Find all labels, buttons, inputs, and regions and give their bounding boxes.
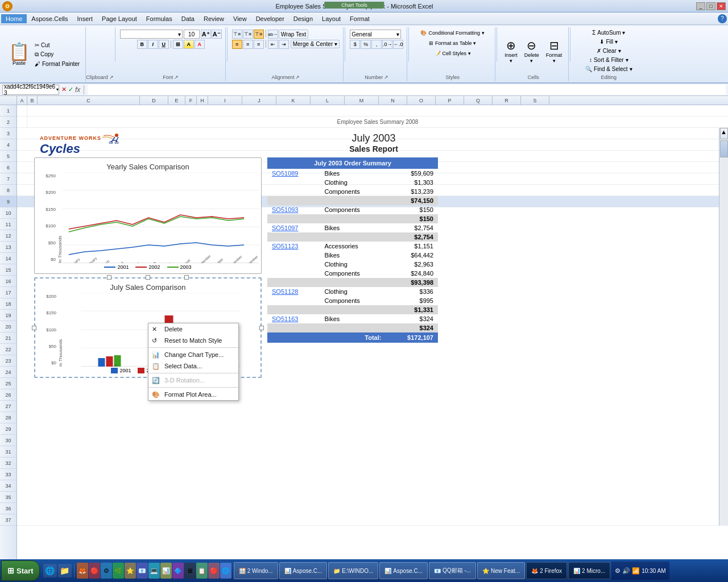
underline-button[interactable]: U <box>159 40 169 49</box>
font-size-input[interactable]: 10 <box>184 30 200 39</box>
currency-button[interactable]: $ <box>350 40 360 49</box>
taskbar-icon-2[interactable]: 🔴 <box>89 563 100 579</box>
taskbar-app-7[interactable]: 🦊 2 Firefox <box>526 562 567 579</box>
menu-home[interactable]: Home <box>1 14 27 23</box>
delete-button[interactable]: ⊖ Delete ▾ <box>522 37 542 65</box>
taskbar-app-2[interactable]: 📊 Aspose.C... <box>279 562 328 579</box>
taskbar-icon-3[interactable]: ⚙ <box>101 563 112 579</box>
format-chevron[interactable]: ▾ <box>553 58 556 64</box>
name-box[interactable]: xadd4c32f6c1949e6 3 ▾ <box>2 85 59 95</box>
sort-filter-chevron[interactable]: ▾ <box>626 57 628 63</box>
fill-color-button[interactable]: A <box>184 40 194 49</box>
menu-layout[interactable]: Layout <box>317 14 345 23</box>
menu-design[interactable]: Design <box>289 14 317 23</box>
decrease-indent[interactable]: ⇤ <box>268 40 278 49</box>
taskbar-icon-13[interactable]: 🌐 <box>220 563 231 579</box>
menu-format[interactable]: Format <box>345 14 374 23</box>
handle-mr[interactable] <box>259 326 264 330</box>
menu-data[interactable]: Data <box>177 14 199 23</box>
order-link-so51163[interactable]: SO51163 <box>267 314 320 323</box>
font-size-decrease[interactable]: A⁻ <box>212 30 222 39</box>
taskbar-icon-11[interactable]: 📋 <box>196 563 208 579</box>
conditional-formatting-button[interactable]: 🎨 Conditional Formatting ▾ <box>417 28 487 38</box>
copy-button[interactable]: ⧉ Copy <box>32 50 82 59</box>
cell-1a[interactable] <box>17 105 27 116</box>
autosum-button[interactable]: Σ AutoSum ▾ <box>590 28 627 37</box>
taskbar-icon-6[interactable]: 📧 <box>136 563 148 579</box>
sort-filter-button[interactable]: ↕ Sort & Filter ▾ <box>587 56 631 64</box>
order-link-so51097[interactable]: SO51097 <box>267 223 320 232</box>
insert-chevron[interactable]: ▾ <box>510 58 512 64</box>
context-format-plot[interactable]: 🎨 Format Plot Area... <box>148 389 238 400</box>
decimal-decrease[interactable]: ←.0 <box>393 40 403 49</box>
taskbar-app-5[interactable]: 📧 QQ邮箱 -... <box>429 562 476 579</box>
format-as-table-button[interactable]: ⊞ Format as Table ▾ <box>426 39 479 48</box>
help-button[interactable]: ? <box>718 14 727 23</box>
alignment-expand-icon[interactable]: ↗ <box>295 74 300 80</box>
handle-tr[interactable] <box>184 275 189 280</box>
increase-indent[interactable]: ⇥ <box>279 40 289 49</box>
autosum-chevron[interactable]: ▾ <box>622 30 625 36</box>
paste-button[interactable]: 📋 Paste <box>6 41 32 68</box>
formula-input[interactable] <box>88 85 726 95</box>
clipboard-expand-icon[interactable]: ↗ <box>109 74 114 80</box>
taskbar-icon-1[interactable]: 🦊 <box>77 563 88 579</box>
font-size-increase[interactable]: A⁺ <box>201 30 211 39</box>
order-link-so51093[interactable]: SO51093 <box>267 205 320 214</box>
merge-center-button[interactable]: Merge & Center ▾ <box>291 40 340 48</box>
find-select-button[interactable]: 🔍 Find & Select ▾ <box>583 65 634 73</box>
menu-formulas[interactable]: Formulas <box>142 14 177 23</box>
cell-2a[interactable] <box>17 117 27 127</box>
cell-styles-button[interactable]: 📝 Cell Styles ▾ <box>432 49 474 58</box>
order-link-so51123[interactable]: SO51123 <box>267 242 320 251</box>
number-expand-icon[interactable]: ↗ <box>384 74 388 80</box>
v-scrollbar[interactable]: ▲ <box>719 128 728 526</box>
align-top-right[interactable]: ⊤≡ <box>254 30 264 39</box>
handle-mr-box[interactable] <box>259 326 264 330</box>
tray-icon-2[interactable]: 🔊 <box>622 567 630 575</box>
cs-chevron[interactable]: ▾ <box>468 51 471 56</box>
border-button[interactable]: ⊞ <box>173 40 183 49</box>
cell-1-rest[interactable] <box>27 105 728 116</box>
bold-button[interactable]: B <box>137 40 147 49</box>
align-left[interactable]: ≡ <box>232 40 242 49</box>
menu-view[interactable]: View <box>229 14 251 23</box>
menu-aspose[interactable]: Aspose.Cells <box>27 14 72 23</box>
align-right[interactable]: ≡ <box>254 40 264 49</box>
align-top-left[interactable]: ⊤≡ <box>232 30 242 39</box>
fill-chevron[interactable]: ▾ <box>615 39 618 45</box>
enter-formula-icon[interactable]: ✓ <box>68 86 73 93</box>
font-expand-icon[interactable]: ↗ <box>174 74 179 80</box>
taskbar-icon-5[interactable]: ⭐ <box>125 563 136 579</box>
font-color-button[interactable]: A <box>195 40 205 49</box>
percent-button[interactable]: % <box>361 40 371 49</box>
text-angle[interactable]: ab→ <box>268 30 278 39</box>
taskbar-icon-4[interactable]: 🌿 <box>113 563 124 579</box>
clear-chevron[interactable]: ▾ <box>618 48 621 54</box>
decimal-increase[interactable]: .0→ <box>382 40 392 49</box>
start-button[interactable]: ⊞ Start <box>1 560 40 581</box>
taskbar-icon-9[interactable]: 🔷 <box>172 563 184 579</box>
order-link-so51089[interactable]: SO51089 <box>267 169 320 178</box>
font-name-dropdown[interactable]: ▾ <box>120 30 183 39</box>
context-reset-style[interactable]: ↺ Reset to Match Style <box>148 335 238 346</box>
wrap-text-button[interactable]: Wrap Text <box>279 30 309 39</box>
scroll-thumb[interactable] <box>720 140 728 157</box>
number-format-dropdown[interactable]: General ▾ <box>350 30 401 39</box>
fat-chevron[interactable]: ▾ <box>473 40 476 46</box>
insert-button[interactable]: ⊕ Insert ▾ <box>502 37 520 65</box>
close-button[interactable]: ✕ <box>717 2 726 10</box>
handle-ml[interactable] <box>32 326 36 330</box>
align-center[interactable]: ≡ <box>243 40 253 49</box>
taskbar-app-8[interactable]: 📊 2 Micro... <box>568 562 610 579</box>
format-painter-button[interactable]: 🖌 Format Painter <box>32 60 82 68</box>
order-link-so51128[interactable]: SO51128 <box>267 287 320 296</box>
cf-chevron[interactable]: ▾ <box>482 30 485 36</box>
handle-ml-box[interactable] <box>32 326 36 330</box>
italic-button[interactable]: I <box>148 40 158 49</box>
handle-tc[interactable] <box>146 275 150 280</box>
explorer-icon[interactable]: 📁 <box>58 564 72 577</box>
scroll-up-btn[interactable]: ▲ <box>720 128 728 139</box>
tray-icon-1[interactable]: ⚙ <box>615 567 621 575</box>
merged-header-cell[interactable]: Employee Sales Summary 2008 <box>27 117 728 127</box>
